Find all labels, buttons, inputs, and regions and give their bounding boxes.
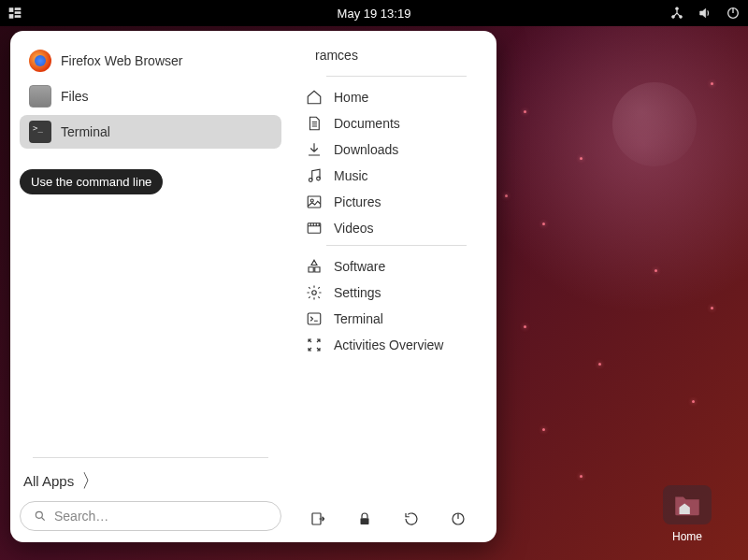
all-apps-label: All Apps bbox=[23, 473, 74, 489]
side-label: Music bbox=[334, 168, 368, 183]
svg-rect-1 bbox=[9, 14, 13, 18]
restart-icon bbox=[403, 510, 420, 527]
shortcut-software[interactable]: Software bbox=[298, 253, 485, 280]
side-label: Videos bbox=[334, 221, 374, 236]
app-tooltip: Use the command line bbox=[20, 169, 163, 194]
terminal-shortcut-icon bbox=[306, 310, 323, 327]
username-label: ramces bbox=[315, 48, 358, 63]
side-label: Downloads bbox=[334, 142, 398, 157]
clock[interactable]: May 19 13:19 bbox=[338, 7, 411, 21]
software-icon bbox=[306, 258, 323, 275]
svg-rect-21 bbox=[361, 518, 369, 524]
place-music[interactable]: Music bbox=[298, 163, 485, 189]
side-label: Pictures bbox=[334, 194, 381, 209]
all-apps-button[interactable]: All Apps 〉 bbox=[20, 467, 281, 501]
settings-icon bbox=[306, 284, 323, 301]
network-icon[interactable] bbox=[669, 6, 684, 21]
music-icon bbox=[306, 167, 323, 184]
logout-icon bbox=[309, 510, 326, 527]
place-pictures[interactable]: Pictures bbox=[298, 189, 485, 215]
terminal-icon bbox=[29, 121, 51, 143]
divider bbox=[33, 457, 268, 458]
svg-point-14 bbox=[317, 177, 321, 180]
wallpaper-moon bbox=[612, 82, 697, 166]
shortcut-settings[interactable]: Settings bbox=[298, 280, 485, 306]
divider bbox=[326, 245, 467, 246]
side-label: Settings bbox=[334, 285, 381, 300]
app-terminal[interactable]: Terminal bbox=[20, 115, 281, 149]
shortcut-activities[interactable]: Activities Overview bbox=[298, 332, 485, 358]
side-label: Documents bbox=[334, 116, 400, 131]
svg-point-13 bbox=[309, 179, 312, 182]
pictures-icon bbox=[306, 194, 323, 210]
side-label: Terminal bbox=[334, 311, 383, 326]
place-home[interactable]: Home bbox=[298, 84, 485, 110]
place-downloads[interactable]: Downloads bbox=[298, 136, 485, 163]
svg-point-10 bbox=[36, 511, 42, 518]
power-button[interactable] bbox=[448, 509, 468, 529]
firefox-icon bbox=[29, 50, 51, 72]
app-label: Terminal bbox=[61, 124, 110, 139]
lock-button[interactable] bbox=[354, 509, 375, 529]
place-documents[interactable]: Documents bbox=[298, 110, 485, 136]
videos-icon bbox=[306, 220, 323, 237]
search-input[interactable] bbox=[54, 509, 267, 524]
svg-point-16 bbox=[310, 199, 313, 202]
divider bbox=[326, 76, 467, 77]
side-label: Activities Overview bbox=[334, 337, 443, 352]
chevron-right-icon: 〉 bbox=[81, 471, 100, 490]
power-icon bbox=[450, 510, 467, 527]
svg-rect-4 bbox=[15, 16, 21, 18]
apps-pane: Firefox Web Browser Files Terminal Use t… bbox=[10, 31, 291, 542]
user-button[interactable]: ramces bbox=[298, 44, 485, 72]
top-bar: May 19 13:19 bbox=[0, 0, 748, 26]
svg-rect-3 bbox=[15, 12, 21, 14]
files-icon bbox=[29, 85, 51, 108]
power-tray-icon[interactable] bbox=[726, 6, 741, 21]
document-icon bbox=[306, 115, 323, 132]
app-firefox[interactable]: Firefox Web Browser bbox=[20, 44, 281, 78]
desktop-home-folder[interactable]: Home bbox=[654, 485, 720, 543]
side-pane: ramces Home Documents Downloads Music Pi… bbox=[291, 31, 496, 542]
arcmenu-tray-icon[interactable] bbox=[7, 6, 22, 21]
app-label: Firefox Web Browser bbox=[61, 53, 182, 68]
svg-rect-0 bbox=[9, 8, 13, 12]
svg-rect-19 bbox=[308, 313, 321, 324]
session-buttons bbox=[298, 501, 485, 531]
home-icon bbox=[306, 89, 323, 106]
search-icon bbox=[34, 510, 47, 523]
svg-rect-2 bbox=[15, 8, 21, 10]
activities-icon bbox=[306, 337, 323, 353]
shortcut-terminal[interactable]: Terminal bbox=[298, 306, 485, 332]
lock-icon bbox=[356, 510, 373, 527]
logout-button[interactable] bbox=[308, 509, 328, 529]
download-icon bbox=[306, 141, 323, 158]
svg-line-11 bbox=[42, 518, 45, 521]
svg-point-18 bbox=[312, 291, 317, 295]
side-label: Software bbox=[334, 259, 385, 274]
volume-icon[interactable] bbox=[698, 6, 712, 21]
svg-point-5 bbox=[676, 7, 679, 10]
folder-icon bbox=[663, 485, 712, 524]
app-label: Files bbox=[61, 89, 89, 104]
side-label: Home bbox=[334, 90, 368, 105]
restart-button[interactable] bbox=[401, 509, 422, 529]
place-videos[interactable]: Videos bbox=[298, 215, 485, 241]
desktop-home-label: Home bbox=[654, 530, 720, 543]
search-box[interactable] bbox=[20, 501, 281, 531]
app-files[interactable]: Files bbox=[20, 79, 281, 113]
arc-menu: Firefox Web Browser Files Terminal Use t… bbox=[10, 31, 496, 542]
